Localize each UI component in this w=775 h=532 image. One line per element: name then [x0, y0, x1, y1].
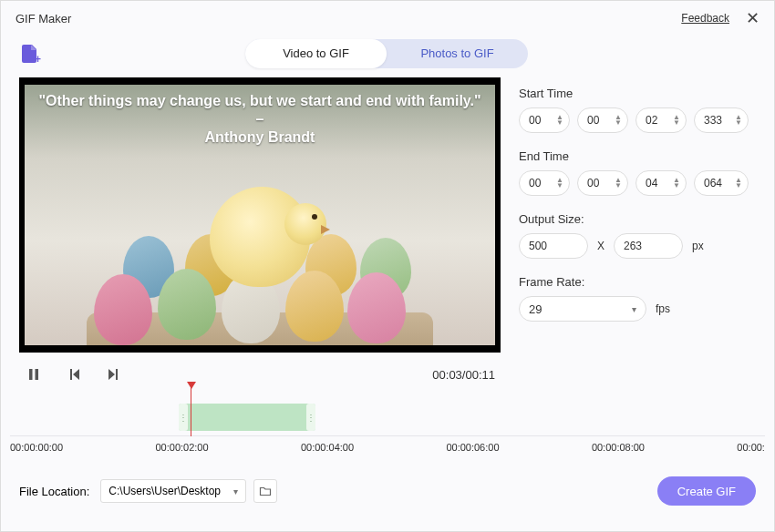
- end-time-label: End Time: [519, 149, 756, 163]
- end-minutes-spinner[interactable]: 00▲▼: [577, 170, 628, 196]
- next-frame-button[interactable]: [105, 365, 123, 384]
- size-x: X: [597, 240, 604, 252]
- fps-unit: fps: [656, 302, 670, 315]
- folder-icon: [259, 485, 272, 497]
- selection-start-handle[interactable]: ⋮: [179, 404, 188, 431]
- pause-button[interactable]: [25, 365, 43, 384]
- chevron-down-icon: ▾: [632, 304, 636, 314]
- quote-line2: Anthony Brandt: [37, 128, 482, 147]
- size-unit: px: [692, 240, 704, 252]
- app-logo-icon: +: [19, 43, 41, 65]
- prev-frame-button[interactable]: [65, 365, 83, 384]
- chevron-down-icon: ▾: [233, 486, 238, 496]
- file-location-label: File Location:: [19, 485, 89, 498]
- mode-tabs: Video to GIF Photos to GIF: [245, 39, 528, 68]
- selection-end-handle[interactable]: ⋮: [306, 404, 315, 431]
- start-minutes-spinner[interactable]: 00▲▼: [577, 107, 628, 133]
- svg-rect-2: [36, 369, 39, 380]
- end-seconds-spinner[interactable]: 04▲▼: [636, 170, 687, 196]
- timeline[interactable]: ⋮ ⋮ 00:00:00:00 00:00:02:00 00:00:04:00 …: [1, 391, 774, 471]
- timeline-ticks: 00:00:00:00 00:00:02:00 00:00:04:00 00:0…: [10, 436, 765, 453]
- start-hours-spinner[interactable]: 00▲▼: [519, 107, 570, 133]
- start-ms-spinner[interactable]: 333▲▼: [694, 107, 749, 133]
- feedback-link[interactable]: Feedback: [681, 12, 729, 25]
- svg-text:+: +: [35, 53, 41, 65]
- playback-time: 00:03/00:11: [432, 368, 495, 382]
- quote-line1: "Other things may change us, but we star…: [37, 92, 482, 128]
- start-seconds-spinner[interactable]: 02▲▼: [636, 107, 687, 133]
- end-ms-spinner[interactable]: 064▲▼: [694, 170, 749, 196]
- tab-video-to-gif[interactable]: Video to GIF: [245, 39, 387, 68]
- timeline-selection[interactable]: ⋮ ⋮: [179, 404, 315, 431]
- window-title: GIF Maker: [16, 12, 71, 26]
- browse-folder-button[interactable]: [253, 479, 277, 503]
- frame-rate-select[interactable]: 29▾: [519, 296, 646, 322]
- start-time-label: Start Time: [519, 87, 756, 100]
- create-gif-button[interactable]: Create GIF: [657, 476, 756, 506]
- video-preview: "Other things may change us, but we star…: [19, 77, 501, 353]
- video-overlay-quote: "Other things may change us, but we star…: [25, 92, 495, 147]
- close-icon[interactable]: ✕: [746, 8, 760, 28]
- tab-photos-to-gif[interactable]: Photos to GIF: [387, 39, 528, 68]
- svg-rect-1: [29, 369, 33, 380]
- frame-rate-label: Frame Rate:: [519, 275, 756, 289]
- end-hours-spinner[interactable]: 00▲▼: [519, 170, 570, 196]
- file-location-select[interactable]: C:\Users\User\Desktop▾: [100, 479, 246, 503]
- playhead[interactable]: [191, 387, 191, 436]
- output-width-input[interactable]: 500: [519, 233, 588, 259]
- output-height-input[interactable]: 263: [614, 233, 683, 259]
- output-size-label: Output Size:: [519, 212, 756, 226]
